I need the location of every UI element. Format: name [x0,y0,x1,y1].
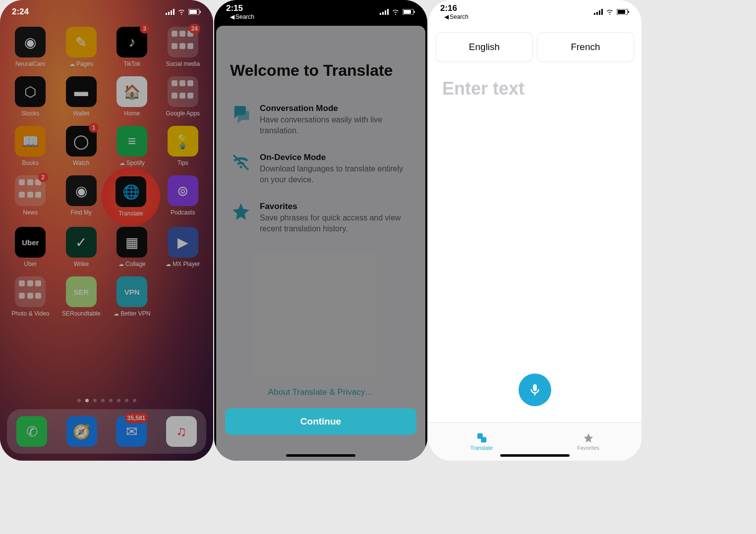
svg-rect-16 [596,12,598,15]
status-time: 2:15 [226,3,254,13]
page-dots[interactable] [0,399,213,402]
app-neuralcam[interactable]: ◉NeuralCam [6,27,55,67]
app-label: Photo & Video [11,310,50,317]
svg-rect-15 [594,13,595,15]
cloud-download-icon: ☁︎ [114,311,119,317]
app-icon: VPN [116,276,147,307]
cellular-icon [380,9,389,15]
feature-star: FavoritesSave phrases for quick access a… [216,196,425,245]
app-icon: 🏠 [116,76,147,107]
app-label: Social media [166,60,200,67]
app-label: Stocks [21,110,39,117]
app-mx-player[interactable]: ▶☁︎ MX Player [159,227,208,267]
app-google-apps[interactable]: Google Apps [159,76,208,117]
app-icon: ◉ [66,175,97,206]
cloud-download-icon: ☁︎ [119,160,125,166]
svg-rect-10 [387,9,389,15]
app-icon: Uber [15,227,46,258]
app-watch[interactable]: ◯Watch1 [57,126,106,166]
wifi-icon [177,9,185,15]
lang-from-selector[interactable]: English [436,33,532,61]
app-social-media[interactable]: Social media24 [159,27,208,67]
app-label: Podcasts [171,209,195,216]
app-label: NeuralCam [15,60,46,67]
app-seroundtable[interactable]: SERSERoundtable [57,276,106,317]
app-label: Find My [70,209,92,216]
app-label: ☁︎ Pages [69,60,93,67]
wifi-off-icon [231,153,251,172]
wifi-icon [392,9,400,15]
app-label: Google Apps [166,110,200,117]
feature-title: Conversation Mode [260,104,410,113]
app-icon: ▶ [168,227,198,258]
app-tiktok[interactable]: ♪TikTok3 [108,27,157,67]
app-translate[interactable]: 🌐Translate [108,175,157,218]
feature-desc: Save phrases for quick access and view r… [260,213,410,234]
app-label: News [23,209,38,216]
app-icon: SER [66,276,97,307]
dock-mail[interactable]: ✉35,581 [116,416,147,447]
app-label: ☁︎ MX Player [166,261,200,267]
dock-music[interactable]: ♫ [166,416,197,447]
star-icon [231,202,251,221]
dock: ✆🧭✉35,581♫ [7,409,206,454]
highlight-translate-app[interactable]: 🌐Translate [102,167,160,226]
app-collage[interactable]: ▦☁︎ Collage [108,227,157,267]
app-label: ☁︎ Better VPN [114,310,150,317]
microphone-button[interactable] [519,374,551,406]
svg-rect-5 [189,10,197,14]
cloud-download-icon: ☁︎ [166,261,171,267]
home-indicator[interactable] [286,454,355,457]
lang-to-selector[interactable]: French [537,33,634,61]
app-home[interactable]: 🏠Home [108,76,157,117]
feature-chat: Conversation ModeHave conversations easi… [216,98,425,147]
chat-icon [231,104,251,123]
notification-badge: 3 [140,24,150,34]
feature-desc: Have conversations easily with live tran… [260,114,410,136]
svg-rect-7 [380,13,381,15]
home-indicator[interactable] [500,454,570,457]
app-label: Tips [177,160,188,166]
app-stocks[interactable]: ⬡Stocks [6,76,55,117]
app-icon: ◉ [15,27,46,57]
app-wallet[interactable]: ▬Wallet [57,76,106,117]
microphone-icon [527,382,542,397]
app-icon: ▬ [66,76,97,107]
feature-wifi-off: On-Device ModeDownload languages to tran… [216,147,425,196]
status-time: 2:24 [12,7,29,17]
status-bar: 2:16 ◀ Search [428,0,641,20]
app-find-my[interactable]: ◉Find My [57,175,106,218]
continue-button[interactable]: Continue [225,408,416,435]
back-to-search[interactable]: ◀ Search [226,13,254,20]
app-better-vpn[interactable]: VPN☁︎ Better VPN [108,276,157,317]
app-photo-video[interactable]: Photo & Video [6,276,55,317]
feature-desc: Download languages to translate entirely… [260,163,410,185]
app-books[interactable]: 📖Books [6,126,55,166]
text-input-placeholder[interactable]: Enter text [428,61,641,116]
app-label: Home [124,110,140,117]
dock-safari[interactable]: 🧭 [66,416,97,447]
svg-rect-13 [414,11,415,13]
app-label: TikTok [123,60,140,67]
back-to-search[interactable]: ◀ Search [440,13,468,20]
language-selectors: English French [428,20,641,61]
dock-phone[interactable]: ✆ [16,416,47,447]
app-spotify[interactable]: ≡☁︎ Spotify [108,126,157,166]
status-bar: 2:24 [0,0,213,20]
app-wrike[interactable]: ✓Wrike [57,227,106,267]
app-label: ☁︎ Spotify [119,160,145,166]
app-uber[interactable]: UberUber [6,227,55,267]
battery-icon [403,9,415,15]
notification-badge: 24 [189,24,200,34]
translate-welcome-screen: 2:15 ◀ Search Welcome to Translate Conve… [214,0,427,461]
app-pages[interactable]: ✎☁︎ Pages [57,27,106,67]
app-news[interactable]: News2 [6,175,55,218]
svg-rect-6 [200,11,201,13]
privacy-link[interactable]: About Translate & Privacy… [216,387,425,397]
notification-badge: 1 [89,123,99,133]
app-podcasts[interactable]: ⊚Podcasts [159,175,208,218]
cellular-icon [166,9,174,15]
app-tips[interactable]: 💡Tips [159,126,208,166]
app-label: Translate [118,210,143,217]
app-icon: ✎ [66,27,97,57]
